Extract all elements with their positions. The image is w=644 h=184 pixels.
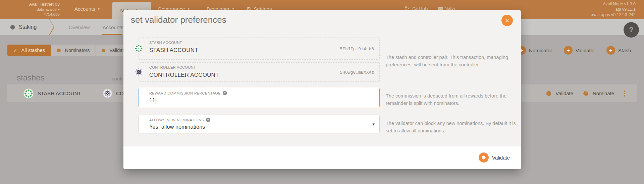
modal-title: set validator preferences — [131, 15, 226, 25]
stash-account-label: STASH ACCOUNT — [38, 90, 81, 96]
orange-dot-icon — [102, 49, 105, 52]
question-icon: ? — [629, 25, 633, 34]
modal-footer: Validate — [123, 146, 521, 169]
stash-address: 5EhJFp…9i4sb3 — [340, 46, 374, 51]
network-chain: data-avail/6 — [37, 7, 57, 11]
stash-filter-group: ✓ All stashes Nominators Validators — [7, 45, 136, 56]
menu-dot-icon — [624, 90, 625, 92]
hand-icon — [583, 90, 589, 97]
nav-label: Accounts — [74, 6, 95, 12]
set-validator-preferences-modal: set validator preferences × STASH ACCOUN… — [123, 10, 521, 169]
app-root: Avail Testnet 03 data-avail/6▾ #714,685 … — [0, 0, 644, 184]
button-label: Nominate — [593, 90, 614, 96]
field-label: STASH ACCOUNT — [149, 41, 182, 45]
plus-icon: + — [564, 46, 573, 55]
field-label: CONTROLLER ACCOUNT — [149, 65, 196, 69]
row-menu-button[interactable] — [623, 90, 626, 97]
help-badge-icon[interactable]: ? — [206, 118, 210, 122]
add-validator-button[interactable]: + Validator — [564, 46, 595, 55]
tab-overview[interactable]: Overview — [69, 19, 90, 35]
stash-account-field: STASH ACCOUNT STASH ACCOUNT 5EhJFp…9i4sb… — [139, 38, 380, 60]
add-nominator-button[interactable]: + Nominator — [517, 46, 552, 55]
field-value: CONTROLLER ACCOUNT — [149, 72, 219, 78]
field-label: ALLOWS NEW NOMINATIONS — [149, 118, 204, 122]
block-number: #714,685 — [9, 12, 60, 17]
chevron-down-icon: ▾ — [372, 122, 375, 127]
help-badge-icon[interactable]: ? — [223, 91, 227, 95]
help-text-pair: The stash and controller pair. This tran… — [386, 54, 517, 68]
tab-accounts[interactable]: Accounts — [103, 19, 123, 35]
nominate-row-button[interactable]: Nominate — [583, 84, 614, 102]
filter-all-stashes[interactable]: ✓ All stashes — [7, 45, 51, 56]
network-name: Avail Testnet 03 — [9, 2, 60, 7]
breadcrumb-staking: Staking — [9, 19, 37, 35]
button-label: Validator — [576, 48, 595, 53]
chevron-down-icon: ▾ — [58, 8, 60, 11]
button-label: Validate — [492, 155, 510, 161]
menu-dot-icon — [624, 93, 625, 94]
help-text-commission: The commission is deducted from all rewa… — [386, 92, 517, 107]
network-selector[interactable]: Avail Testnet 03 data-avail/6▾ #714,685 — [9, 2, 60, 17]
close-icon: × — [505, 16, 509, 24]
menu-dot-icon — [624, 95, 625, 97]
active-tab-underline — [102, 34, 122, 35]
orange-dot-icon — [57, 49, 61, 52]
controller-address: 5HQwg8…mBMXAz — [340, 70, 374, 75]
validate-starburst-icon — [545, 90, 552, 97]
help-text-nominations: The validator can block any new nominati… — [386, 120, 517, 134]
chevron-separator-icon — [48, 19, 55, 35]
staking-starburst-icon — [9, 24, 16, 30]
commission-value: 11 — [149, 97, 155, 104]
apps-version: avail-apps v0.122.3-242 — [591, 12, 636, 17]
nav-item-accounts[interactable]: Accounts ▾ — [74, 0, 100, 17]
filter-label: Nominators — [65, 48, 90, 53]
chevron-down-icon: ▾ — [98, 7, 100, 11]
stash-account-cell: STASH ACCOUNT — [23, 84, 81, 102]
button-label: Nominator — [529, 48, 552, 53]
button-label: Validate — [555, 90, 573, 96]
stash-identicon-icon — [23, 88, 34, 99]
controller-account-field: CONTROLLER ACCOUNT CONTROLLER ACCOUNT 5H… — [139, 62, 380, 82]
table-title: stashes — [17, 73, 45, 82]
controller-identicon-icon — [103, 89, 112, 98]
filter-label: All stashes — [21, 48, 45, 53]
validate-row-button[interactable]: Validate — [545, 84, 573, 102]
add-stash-button[interactable]: + Stash — [606, 46, 631, 55]
button-label: Stash — [618, 48, 631, 53]
version-info: Avail Node v1.3.0 api v9.11.1 avail-apps… — [591, 1, 636, 17]
node-version: Avail Node v1.3.0 — [591, 1, 636, 7]
commission-input[interactable]: REWARD COMMISSION PERCENTAGE ? 11 — [139, 88, 380, 107]
tab-label: Overview — [69, 24, 90, 30]
close-button[interactable]: × — [501, 15, 513, 26]
check-icon: ✓ — [13, 48, 17, 53]
text-cursor — [156, 98, 156, 104]
help-button[interactable]: ? — [624, 22, 639, 38]
tab-label: Accounts — [103, 24, 123, 30]
dropdown-value: Yes, allow nominations — [149, 124, 205, 130]
validate-starburst-icon — [481, 155, 486, 160]
plus-icon: + — [606, 46, 615, 55]
breadcrumb-label: Staking — [19, 24, 37, 30]
nominations-dropdown[interactable]: ALLOWS NEW NOMINATIONS ? Yes, allow nomi… — [139, 115, 380, 133]
field-label: REWARD COMMISSION PERCENTAGE — [149, 91, 221, 95]
field-value: STASH ACCOUNT — [149, 47, 198, 54]
api-version: api v9.11.1 — [591, 7, 636, 12]
filter-nominators[interactable]: Nominators — [51, 45, 96, 56]
validate-submit-button[interactable]: Validate — [479, 152, 510, 163]
